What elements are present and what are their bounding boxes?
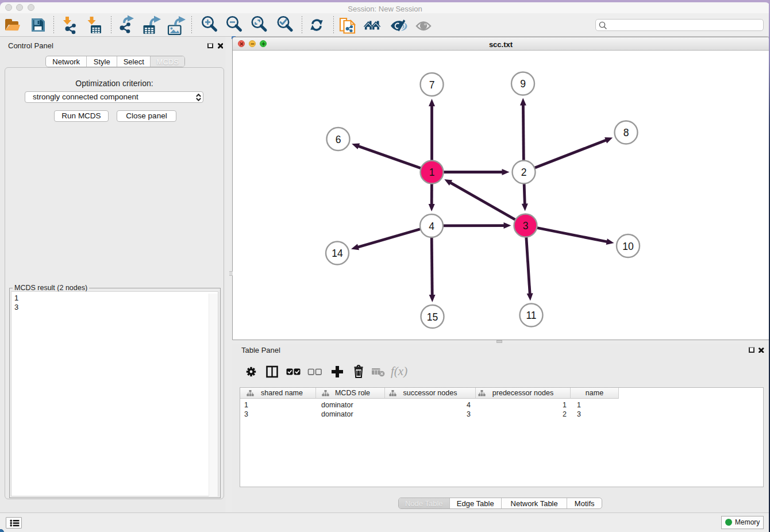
- svg-text:2: 2: [521, 167, 527, 178]
- svg-text:6: 6: [336, 134, 341, 145]
- svg-text:4: 4: [429, 221, 434, 232]
- svg-text:7: 7: [429, 79, 435, 91]
- svg-text:10: 10: [622, 241, 634, 252]
- svg-text:15: 15: [427, 311, 438, 323]
- svg-text:8: 8: [623, 127, 629, 138]
- svg-text:3: 3: [523, 220, 529, 232]
- svg-text:14: 14: [332, 248, 343, 259]
- svg-text:1: 1: [429, 167, 435, 178]
- svg-text:9: 9: [520, 78, 526, 90]
- svg-text:11: 11: [526, 310, 536, 321]
- svg-text:f(x): f(x): [391, 364, 407, 378]
